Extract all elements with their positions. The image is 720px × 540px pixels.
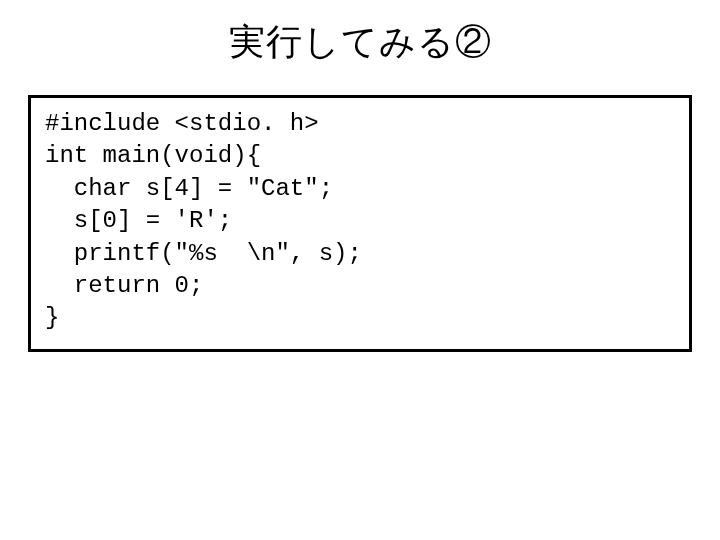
code-line: } xyxy=(45,304,59,331)
code-line: #include <stdio. h> xyxy=(45,110,319,137)
code-line: printf("%s \n", s); xyxy=(45,240,362,267)
code-block: #include <stdio. h> int main(void){ char… xyxy=(28,95,692,352)
code-line: int main(void){ xyxy=(45,142,261,169)
code-line: s[0] = 'R'; xyxy=(45,207,232,234)
code-line: char s[4] = "Cat"; xyxy=(45,175,333,202)
slide-title: 実行してみる② xyxy=(0,0,720,85)
code-line: return 0; xyxy=(45,272,203,299)
slide: 実行してみる② #include <stdio. h> int main(voi… xyxy=(0,0,720,540)
